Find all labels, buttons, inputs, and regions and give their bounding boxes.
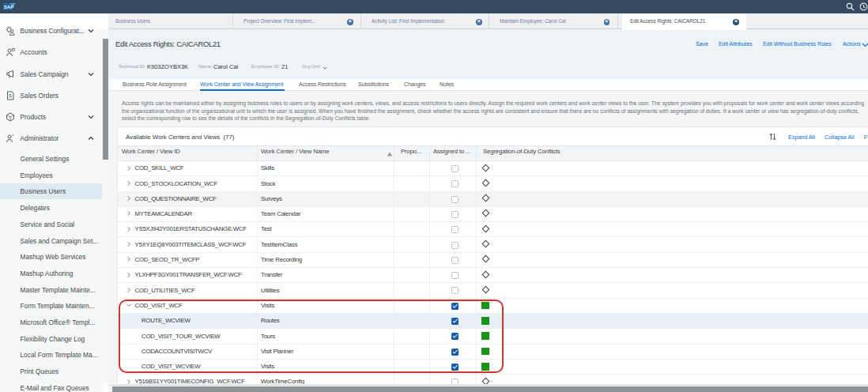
svg-text:*: * [12,134,14,138]
svg-text:$: $ [9,93,12,98]
svg-text:SAP: SAP [4,5,13,9]
